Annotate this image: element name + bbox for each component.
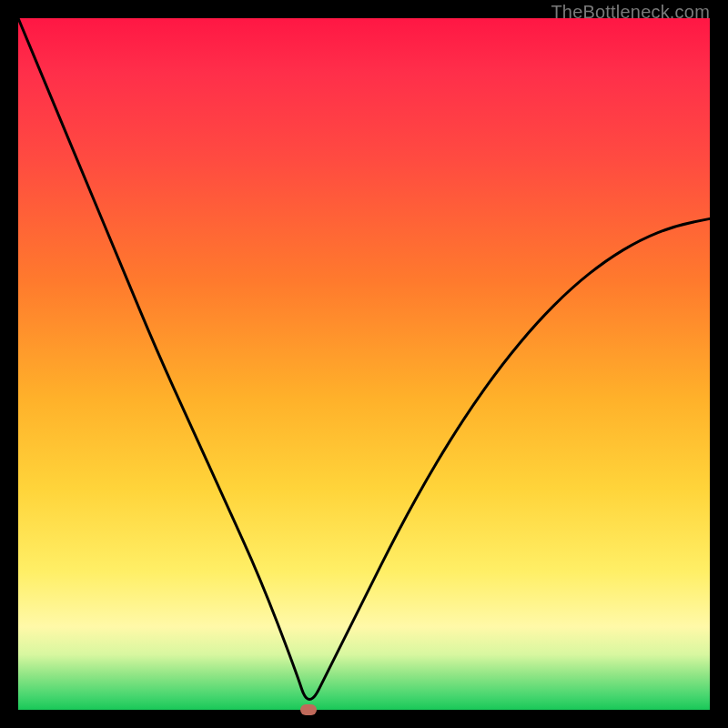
watermark-text: TheBottleneck.com [551, 2, 710, 23]
bottleneck-curve [18, 18, 710, 710]
curve-path [18, 18, 710, 700]
plot-area [18, 18, 710, 710]
chart-frame: TheBottleneck.com [0, 0, 728, 728]
optimal-point-marker [300, 704, 317, 715]
